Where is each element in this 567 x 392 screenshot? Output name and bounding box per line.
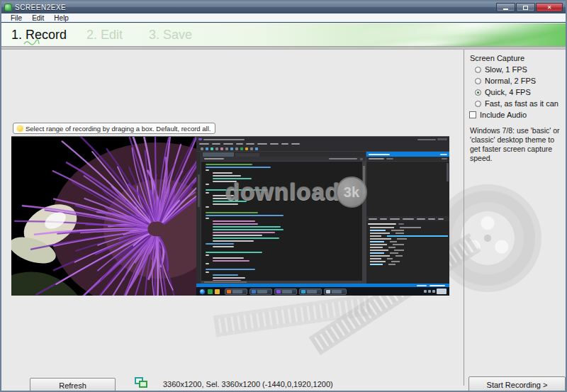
- minimize-button[interactable]: [496, 3, 515, 12]
- checkbox-icon: [469, 111, 476, 118]
- hint-text: Select range of recording by draging a b…: [26, 125, 210, 133]
- system-tray: [424, 289, 447, 294]
- taskbar-window-button: [324, 289, 347, 295]
- taskbar-clock: [437, 289, 447, 294]
- lightbulb-icon: [18, 126, 23, 131]
- vs-solution-explorer-body: [366, 162, 449, 216]
- screen-capture-panel: Screen Capture Slow, 1 FPS Normal, 2 FPS…: [464, 50, 567, 391]
- vs-solution-explorer-titlebar: [366, 152, 449, 157]
- taskbar-icon: [208, 289, 213, 294]
- vs-title-bar: [196, 137, 449, 142]
- tab-edit[interactable]: 2. Edit: [86, 28, 123, 43]
- close-button[interactable]: ✕: [536, 3, 563, 12]
- resolution-status: 3360x1200, Sel. 3360x1200 (-1440,0,1920,…: [163, 380, 333, 388]
- maximize-icon: [523, 6, 528, 10]
- vs-code-editor: [201, 152, 366, 284]
- taskbar-window-button: [225, 289, 247, 295]
- radio-slow-1fps[interactable]: Slow, 1 FPS: [475, 65, 527, 74]
- title-bar: SCREEN2EXE ✕: [1, 1, 566, 13]
- dual-monitor-icon: [135, 377, 147, 389]
- taskbar-window-button: [299, 289, 322, 295]
- vs-toolbar: [196, 146, 449, 152]
- taskbar-window-button: [274, 289, 297, 295]
- app-window: SCREEN2EXE ✕ File Edit Help 1. Record 2.…: [0, 0, 567, 392]
- vs-properties-panel: [366, 221, 449, 284]
- windows-taskbar: [196, 287, 449, 296]
- step-banner: 1. Record 2. Edit 3. Save: [1, 23, 566, 46]
- vs-bottom-tab-strip: [366, 216, 449, 221]
- radio-selected-icon: [475, 89, 481, 96]
- start-orb-icon: [199, 289, 206, 295]
- radio-quick-4fps[interactable]: Quick, 4 FPS: [475, 88, 531, 96]
- flower-wallpaper: [11, 137, 196, 296]
- menu-file[interactable]: File: [6, 14, 27, 22]
- hint-tooltip: Select range of recording by draging a b…: [13, 123, 215, 134]
- vs-breadcrumb: [201, 157, 366, 162]
- tab-save[interactable]: 3. Save: [149, 28, 192, 43]
- start-recording-button[interactable]: Start Recording >: [468, 376, 566, 392]
- panel-title: Screen Capture: [470, 54, 524, 62]
- include-audio-checkbox[interactable]: Include Audio: [469, 111, 527, 119]
- taskbar-icon: [215, 289, 220, 294]
- refresh-button[interactable]: Refresh: [30, 378, 116, 392]
- minimize-icon: [503, 9, 508, 10]
- radio-icon: [475, 67, 481, 73]
- window-title: SCREEN2EXE: [15, 4, 66, 11]
- maximize-button[interactable]: [516, 3, 535, 12]
- record-scribble-icon: [23, 39, 40, 46]
- screen-preview[interactable]: [11, 136, 449, 296]
- watermark-badge: 3k: [336, 177, 367, 208]
- taskbar-window-button: [249, 289, 272, 295]
- close-icon: ✕: [547, 4, 552, 11]
- download3k-watermark: download 3k: [225, 177, 367, 208]
- radio-fast[interactable]: Fast, as fast as it can: [475, 99, 558, 108]
- vs-solution-explorer-toolbar: [366, 157, 449, 162]
- vs-editor-hscrollbar: [201, 281, 366, 284]
- app-icon: [4, 4, 12, 11]
- menu-bar: File Edit Help: [1, 13, 566, 23]
- radio-normal-2fps[interactable]: Normal, 2 FPS: [475, 77, 536, 85]
- watermark-text: download: [225, 179, 340, 206]
- vs-side-tab: [196, 152, 201, 284]
- radio-icon: [475, 101, 481, 107]
- menu-edit[interactable]: Edit: [27, 14, 49, 22]
- radio-icon: [475, 78, 481, 84]
- menu-help[interactable]: Help: [49, 14, 74, 22]
- right-monitor-preview: [196, 137, 449, 296]
- theme-note: Windows 7/8: use 'basic' or 'classic' de…: [470, 126, 563, 163]
- left-monitor-preview: [11, 137, 196, 296]
